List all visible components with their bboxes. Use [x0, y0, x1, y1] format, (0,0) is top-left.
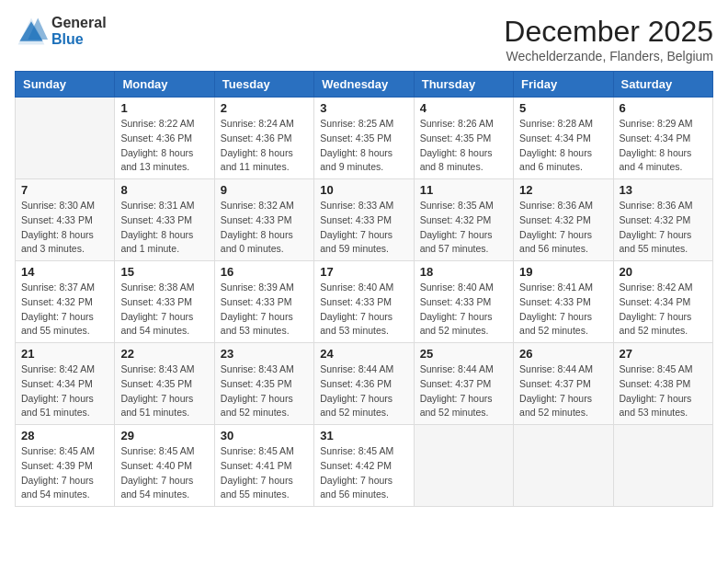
day-number: 28 — [21, 429, 108, 442]
calendar-cell: 29Sunrise: 8:45 AMSunset: 4:40 PMDayligh… — [115, 425, 214, 507]
day-number: 1 — [120, 101, 208, 115]
day-number: 25 — [420, 347, 507, 361]
day-info: Sunrise: 8:26 AMSunset: 4:35 PMDaylight:… — [420, 117, 507, 175]
calendar-cell: 16Sunrise: 8:39 AMSunset: 4:33 PMDayligh… — [214, 261, 313, 343]
day-info: Sunrise: 8:44 AMSunset: 4:37 PMDaylight:… — [519, 362, 607, 420]
day-info: Sunrise: 8:32 AMSunset: 4:33 PMDaylight:… — [221, 199, 308, 257]
calendar-cell: 8Sunrise: 8:31 AMSunset: 4:33 PMDaylight… — [115, 179, 214, 261]
calendar-cell: 30Sunrise: 8:45 AMSunset: 4:41 PMDayligh… — [214, 425, 313, 507]
calendar-cell: 21Sunrise: 8:42 AMSunset: 4:34 PMDayligh… — [16, 343, 115, 425]
day-info: Sunrise: 8:30 AMSunset: 4:33 PMDaylight:… — [21, 199, 108, 257]
weekday-header: Sunday — [16, 72, 115, 98]
day-number: 6 — [620, 101, 707, 115]
day-number: 7 — [21, 183, 108, 197]
day-info: Sunrise: 8:40 AMSunset: 4:33 PMDaylight:… — [320, 281, 407, 339]
day-number: 4 — [420, 101, 507, 115]
day-number: 9 — [221, 183, 308, 197]
day-info: Sunrise: 8:45 AMSunset: 4:39 PMDaylight:… — [21, 444, 108, 502]
day-info: Sunrise: 8:35 AMSunset: 4:32 PMDaylight:… — [420, 199, 507, 257]
calendar-cell: 3Sunrise: 8:25 AMSunset: 4:35 PMDaylight… — [314, 98, 414, 179]
weekday-header: Friday — [514, 72, 613, 98]
day-number: 30 — [221, 429, 308, 442]
day-info: Sunrise: 8:24 AMSunset: 4:36 PMDaylight:… — [221, 117, 308, 175]
day-number: 5 — [519, 101, 607, 115]
day-number: 24 — [320, 347, 407, 361]
calendar-cell: 12Sunrise: 8:36 AMSunset: 4:32 PMDayligh… — [514, 179, 613, 261]
logo-general-text: General — [51, 15, 107, 31]
day-number: 10 — [320, 183, 407, 197]
calendar-cell — [514, 425, 613, 507]
logo: General Blue — [15, 15, 107, 48]
calendar-week-row: 7Sunrise: 8:30 AMSunset: 4:33 PMDaylight… — [16, 179, 713, 261]
day-info: Sunrise: 8:28 AMSunset: 4:34 PMDaylight:… — [519, 117, 607, 175]
day-number: 17 — [320, 265, 407, 279]
day-info: Sunrise: 8:33 AMSunset: 4:33 PMDaylight:… — [320, 199, 407, 257]
day-info: Sunrise: 8:45 AMSunset: 4:42 PMDaylight:… — [320, 444, 407, 502]
calendar-cell: 31Sunrise: 8:45 AMSunset: 4:42 PMDayligh… — [314, 425, 414, 507]
day-info: Sunrise: 8:44 AMSunset: 4:36 PMDaylight:… — [320, 362, 407, 420]
calendar-cell: 27Sunrise: 8:45 AMSunset: 4:38 PMDayligh… — [613, 343, 712, 425]
calendar-cell — [414, 425, 513, 507]
calendar-header-row: SundayMondayTuesdayWednesdayThursdayFrid… — [16, 72, 713, 98]
calendar-cell: 9Sunrise: 8:32 AMSunset: 4:33 PMDaylight… — [214, 179, 313, 261]
calendar-week-row: 21Sunrise: 8:42 AMSunset: 4:34 PMDayligh… — [16, 343, 713, 425]
calendar-table: SundayMondayTuesdayWednesdayThursdayFrid… — [15, 71, 713, 507]
weekday-header: Wednesday — [314, 72, 414, 98]
day-info: Sunrise: 8:31 AMSunset: 4:33 PMDaylight:… — [120, 199, 208, 257]
logo-blue-text: Blue — [51, 31, 107, 48]
day-number: 19 — [519, 265, 607, 279]
weekday-header: Monday — [115, 72, 214, 98]
calendar-cell: 19Sunrise: 8:41 AMSunset: 4:33 PMDayligh… — [514, 261, 613, 343]
calendar-week-row: 28Sunrise: 8:45 AMSunset: 4:39 PMDayligh… — [16, 425, 713, 507]
calendar-cell: 4Sunrise: 8:26 AMSunset: 4:35 PMDaylight… — [414, 98, 513, 179]
day-number: 22 — [120, 347, 208, 361]
calendar-cell: 25Sunrise: 8:44 AMSunset: 4:37 PMDayligh… — [414, 343, 513, 425]
day-info: Sunrise: 8:45 AMSunset: 4:40 PMDaylight:… — [120, 444, 208, 502]
calendar-cell: 7Sunrise: 8:30 AMSunset: 4:33 PMDaylight… — [16, 179, 115, 261]
day-info: Sunrise: 8:43 AMSunset: 4:35 PMDaylight:… — [221, 362, 308, 420]
day-number: 12 — [519, 183, 607, 197]
day-info: Sunrise: 8:25 AMSunset: 4:35 PMDaylight:… — [320, 117, 407, 175]
day-number: 27 — [620, 347, 707, 361]
day-number: 8 — [120, 183, 208, 197]
calendar-cell: 14Sunrise: 8:37 AMSunset: 4:32 PMDayligh… — [16, 261, 115, 343]
day-number: 16 — [221, 265, 308, 279]
calendar-cell: 10Sunrise: 8:33 AMSunset: 4:33 PMDayligh… — [314, 179, 414, 261]
day-info: Sunrise: 8:45 AMSunset: 4:38 PMDaylight:… — [620, 362, 707, 420]
calendar-cell — [16, 98, 115, 179]
title-block: December 2025 Wechelderzande, Flanders, … — [504, 15, 713, 63]
day-number: 20 — [620, 265, 707, 279]
calendar-cell: 11Sunrise: 8:35 AMSunset: 4:32 PMDayligh… — [414, 179, 513, 261]
day-info: Sunrise: 8:22 AMSunset: 4:36 PMDaylight:… — [120, 117, 208, 175]
calendar-cell: 17Sunrise: 8:40 AMSunset: 4:33 PMDayligh… — [314, 261, 414, 343]
day-info: Sunrise: 8:37 AMSunset: 4:32 PMDaylight:… — [21, 281, 108, 339]
page-header: General Blue December 2025 Wechelderzand… — [15, 15, 713, 63]
day-number: 11 — [420, 183, 507, 197]
day-info: Sunrise: 8:42 AMSunset: 4:34 PMDaylight:… — [21, 362, 108, 420]
day-number: 2 — [221, 101, 308, 115]
calendar-cell: 2Sunrise: 8:24 AMSunset: 4:36 PMDaylight… — [214, 98, 313, 179]
day-number: 13 — [620, 183, 707, 197]
day-number: 26 — [519, 347, 607, 361]
day-info: Sunrise: 8:39 AMSunset: 4:33 PMDaylight:… — [221, 281, 308, 339]
day-number: 21 — [21, 347, 108, 361]
day-info: Sunrise: 8:36 AMSunset: 4:32 PMDaylight:… — [519, 199, 607, 257]
calendar-week-row: 1Sunrise: 8:22 AMSunset: 4:36 PMDaylight… — [16, 98, 713, 179]
calendar-cell — [613, 425, 712, 507]
day-number: 31 — [320, 429, 407, 442]
day-info: Sunrise: 8:29 AMSunset: 4:34 PMDaylight:… — [620, 117, 707, 175]
day-info: Sunrise: 8:44 AMSunset: 4:37 PMDaylight:… — [420, 362, 507, 420]
weekday-header: Saturday — [613, 72, 712, 98]
weekday-header: Thursday — [414, 72, 513, 98]
calendar-cell: 26Sunrise: 8:44 AMSunset: 4:37 PMDayligh… — [514, 343, 613, 425]
calendar-cell: 22Sunrise: 8:43 AMSunset: 4:35 PMDayligh… — [115, 343, 214, 425]
day-number: 14 — [21, 265, 108, 279]
day-info: Sunrise: 8:36 AMSunset: 4:32 PMDaylight:… — [620, 199, 707, 257]
logo-text: General Blue — [51, 15, 107, 47]
weekday-header: Tuesday — [214, 72, 313, 98]
calendar-cell: 13Sunrise: 8:36 AMSunset: 4:32 PMDayligh… — [613, 179, 712, 261]
day-info: Sunrise: 8:41 AMSunset: 4:33 PMDaylight:… — [519, 281, 607, 339]
calendar-cell: 5Sunrise: 8:28 AMSunset: 4:34 PMDaylight… — [514, 98, 613, 179]
day-number: 3 — [320, 101, 407, 115]
calendar-cell: 23Sunrise: 8:43 AMSunset: 4:35 PMDayligh… — [214, 343, 313, 425]
